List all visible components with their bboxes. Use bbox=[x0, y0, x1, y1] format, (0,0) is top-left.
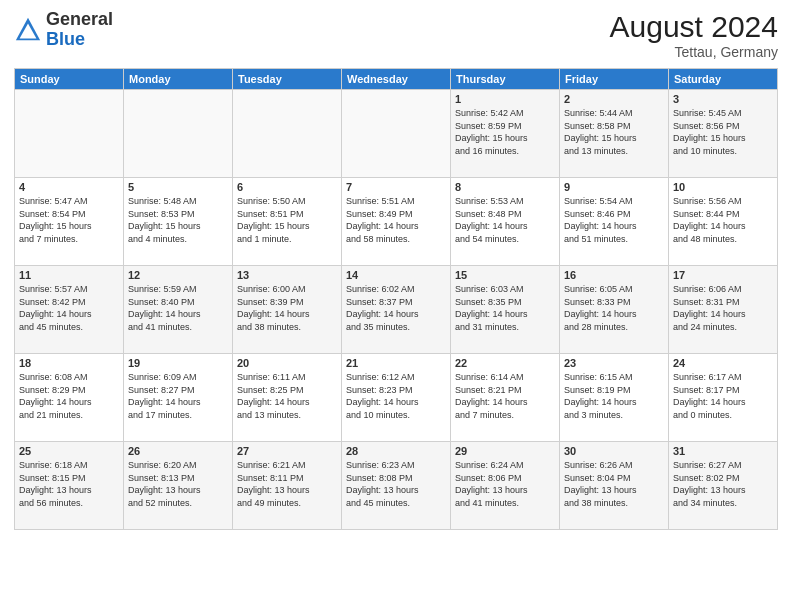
calendar-cell: 3Sunrise: 5:45 AM Sunset: 8:56 PM Daylig… bbox=[669, 90, 778, 178]
day-info: Sunrise: 6:02 AM Sunset: 8:37 PM Dayligh… bbox=[346, 283, 446, 333]
calendar-cell: 15Sunrise: 6:03 AM Sunset: 8:35 PM Dayli… bbox=[451, 266, 560, 354]
calendar-cell: 11Sunrise: 5:57 AM Sunset: 8:42 PM Dayli… bbox=[15, 266, 124, 354]
day-number: 1 bbox=[455, 93, 555, 105]
calendar-cell: 24Sunrise: 6:17 AM Sunset: 8:17 PM Dayli… bbox=[669, 354, 778, 442]
day-info: Sunrise: 6:15 AM Sunset: 8:19 PM Dayligh… bbox=[564, 371, 664, 421]
day-info: Sunrise: 5:47 AM Sunset: 8:54 PM Dayligh… bbox=[19, 195, 119, 245]
day-number: 4 bbox=[19, 181, 119, 193]
day-info: Sunrise: 5:48 AM Sunset: 8:53 PM Dayligh… bbox=[128, 195, 228, 245]
calendar-header-monday: Monday bbox=[124, 69, 233, 90]
day-number: 7 bbox=[346, 181, 446, 193]
day-info: Sunrise: 6:03 AM Sunset: 8:35 PM Dayligh… bbox=[455, 283, 555, 333]
title-block: August 2024 Tettau, Germany bbox=[610, 10, 778, 60]
day-info: Sunrise: 6:06 AM Sunset: 8:31 PM Dayligh… bbox=[673, 283, 773, 333]
logo-blue: Blue bbox=[46, 29, 85, 49]
day-info: Sunrise: 6:14 AM Sunset: 8:21 PM Dayligh… bbox=[455, 371, 555, 421]
day-number: 13 bbox=[237, 269, 337, 281]
calendar-cell: 29Sunrise: 6:24 AM Sunset: 8:06 PM Dayli… bbox=[451, 442, 560, 530]
day-info: Sunrise: 5:45 AM Sunset: 8:56 PM Dayligh… bbox=[673, 107, 773, 157]
calendar-cell: 6Sunrise: 5:50 AM Sunset: 8:51 PM Daylig… bbox=[233, 178, 342, 266]
calendar-cell: 25Sunrise: 6:18 AM Sunset: 8:15 PM Dayli… bbox=[15, 442, 124, 530]
day-info: Sunrise: 5:50 AM Sunset: 8:51 PM Dayligh… bbox=[237, 195, 337, 245]
header: General Blue August 2024 Tettau, Germany bbox=[14, 10, 778, 60]
calendar-cell: 18Sunrise: 6:08 AM Sunset: 8:29 PM Dayli… bbox=[15, 354, 124, 442]
day-number: 2 bbox=[564, 93, 664, 105]
day-info: Sunrise: 6:17 AM Sunset: 8:17 PM Dayligh… bbox=[673, 371, 773, 421]
calendar-header-wednesday: Wednesday bbox=[342, 69, 451, 90]
calendar-cell: 8Sunrise: 5:53 AM Sunset: 8:48 PM Daylig… bbox=[451, 178, 560, 266]
day-info: Sunrise: 5:59 AM Sunset: 8:40 PM Dayligh… bbox=[128, 283, 228, 333]
logo-text: General Blue bbox=[46, 10, 113, 50]
day-info: Sunrise: 6:12 AM Sunset: 8:23 PM Dayligh… bbox=[346, 371, 446, 421]
calendar-cell bbox=[233, 90, 342, 178]
title-month: August 2024 bbox=[610, 10, 778, 44]
day-number: 27 bbox=[237, 445, 337, 457]
day-number: 21 bbox=[346, 357, 446, 369]
day-number: 19 bbox=[128, 357, 228, 369]
day-number: 20 bbox=[237, 357, 337, 369]
day-info: Sunrise: 6:26 AM Sunset: 8:04 PM Dayligh… bbox=[564, 459, 664, 509]
calendar-cell: 21Sunrise: 6:12 AM Sunset: 8:23 PM Dayli… bbox=[342, 354, 451, 442]
calendar-cell: 13Sunrise: 6:00 AM Sunset: 8:39 PM Dayli… bbox=[233, 266, 342, 354]
day-info: Sunrise: 5:51 AM Sunset: 8:49 PM Dayligh… bbox=[346, 195, 446, 245]
day-info: Sunrise: 6:11 AM Sunset: 8:25 PM Dayligh… bbox=[237, 371, 337, 421]
day-number: 26 bbox=[128, 445, 228, 457]
day-info: Sunrise: 5:57 AM Sunset: 8:42 PM Dayligh… bbox=[19, 283, 119, 333]
calendar-week-4: 18Sunrise: 6:08 AM Sunset: 8:29 PM Dayli… bbox=[15, 354, 778, 442]
calendar-cell: 1Sunrise: 5:42 AM Sunset: 8:59 PM Daylig… bbox=[451, 90, 560, 178]
calendar-week-1: 1Sunrise: 5:42 AM Sunset: 8:59 PM Daylig… bbox=[15, 90, 778, 178]
day-number: 5 bbox=[128, 181, 228, 193]
day-info: Sunrise: 6:09 AM Sunset: 8:27 PM Dayligh… bbox=[128, 371, 228, 421]
logo-general: General bbox=[46, 9, 113, 29]
day-number: 15 bbox=[455, 269, 555, 281]
calendar-cell bbox=[15, 90, 124, 178]
day-info: Sunrise: 6:20 AM Sunset: 8:13 PM Dayligh… bbox=[128, 459, 228, 509]
day-number: 18 bbox=[19, 357, 119, 369]
calendar-week-2: 4Sunrise: 5:47 AM Sunset: 8:54 PM Daylig… bbox=[15, 178, 778, 266]
day-number: 14 bbox=[346, 269, 446, 281]
calendar-cell: 16Sunrise: 6:05 AM Sunset: 8:33 PM Dayli… bbox=[560, 266, 669, 354]
calendar-header-thursday: Thursday bbox=[451, 69, 560, 90]
calendar-cell: 4Sunrise: 5:47 AM Sunset: 8:54 PM Daylig… bbox=[15, 178, 124, 266]
calendar-cell bbox=[124, 90, 233, 178]
logo: General Blue bbox=[14, 10, 113, 50]
calendar-cell: 10Sunrise: 5:56 AM Sunset: 8:44 PM Dayli… bbox=[669, 178, 778, 266]
calendar-cell: 5Sunrise: 5:48 AM Sunset: 8:53 PM Daylig… bbox=[124, 178, 233, 266]
day-info: Sunrise: 5:56 AM Sunset: 8:44 PM Dayligh… bbox=[673, 195, 773, 245]
day-number: 9 bbox=[564, 181, 664, 193]
logo-icon bbox=[14, 16, 42, 44]
calendar-week-3: 11Sunrise: 5:57 AM Sunset: 8:42 PM Dayli… bbox=[15, 266, 778, 354]
calendar-cell: 2Sunrise: 5:44 AM Sunset: 8:58 PM Daylig… bbox=[560, 90, 669, 178]
calendar-cell: 27Sunrise: 6:21 AM Sunset: 8:11 PM Dayli… bbox=[233, 442, 342, 530]
day-number: 16 bbox=[564, 269, 664, 281]
calendar-cell: 7Sunrise: 5:51 AM Sunset: 8:49 PM Daylig… bbox=[342, 178, 451, 266]
day-info: Sunrise: 6:05 AM Sunset: 8:33 PM Dayligh… bbox=[564, 283, 664, 333]
day-number: 28 bbox=[346, 445, 446, 457]
calendar-cell: 30Sunrise: 6:26 AM Sunset: 8:04 PM Dayli… bbox=[560, 442, 669, 530]
calendar-header-tuesday: Tuesday bbox=[233, 69, 342, 90]
day-info: Sunrise: 6:23 AM Sunset: 8:08 PM Dayligh… bbox=[346, 459, 446, 509]
day-info: Sunrise: 5:54 AM Sunset: 8:46 PM Dayligh… bbox=[564, 195, 664, 245]
day-info: Sunrise: 6:27 AM Sunset: 8:02 PM Dayligh… bbox=[673, 459, 773, 509]
calendar-header-row: SundayMondayTuesdayWednesdayThursdayFrid… bbox=[15, 69, 778, 90]
day-number: 30 bbox=[564, 445, 664, 457]
calendar-cell: 20Sunrise: 6:11 AM Sunset: 8:25 PM Dayli… bbox=[233, 354, 342, 442]
calendar-cell: 19Sunrise: 6:09 AM Sunset: 8:27 PM Dayli… bbox=[124, 354, 233, 442]
day-number: 17 bbox=[673, 269, 773, 281]
calendar-header-saturday: Saturday bbox=[669, 69, 778, 90]
calendar-cell: 31Sunrise: 6:27 AM Sunset: 8:02 PM Dayli… bbox=[669, 442, 778, 530]
calendar-cell: 26Sunrise: 6:20 AM Sunset: 8:13 PM Dayli… bbox=[124, 442, 233, 530]
page: General Blue August 2024 Tettau, Germany… bbox=[0, 0, 792, 612]
calendar: SundayMondayTuesdayWednesdayThursdayFrid… bbox=[14, 68, 778, 530]
day-number: 3 bbox=[673, 93, 773, 105]
calendar-cell: 12Sunrise: 5:59 AM Sunset: 8:40 PM Dayli… bbox=[124, 266, 233, 354]
day-number: 12 bbox=[128, 269, 228, 281]
calendar-cell: 9Sunrise: 5:54 AM Sunset: 8:46 PM Daylig… bbox=[560, 178, 669, 266]
day-info: Sunrise: 6:24 AM Sunset: 8:06 PM Dayligh… bbox=[455, 459, 555, 509]
day-number: 8 bbox=[455, 181, 555, 193]
day-info: Sunrise: 6:18 AM Sunset: 8:15 PM Dayligh… bbox=[19, 459, 119, 509]
calendar-cell: 22Sunrise: 6:14 AM Sunset: 8:21 PM Dayli… bbox=[451, 354, 560, 442]
day-number: 24 bbox=[673, 357, 773, 369]
day-number: 31 bbox=[673, 445, 773, 457]
day-number: 10 bbox=[673, 181, 773, 193]
